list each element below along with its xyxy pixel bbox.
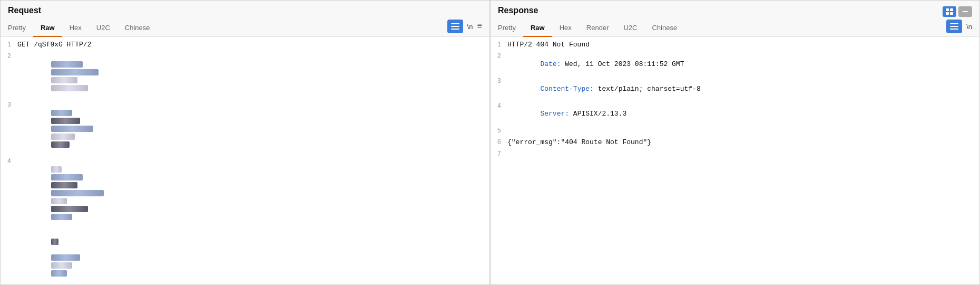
resp-key-2: Date: [540,60,561,68]
hamburger-icon-request[interactable]: ≡ [477,22,482,31]
svg-rect-3 [946,8,949,11]
redacted-block [51,118,80,124]
svg-rect-0 [451,23,459,24]
redacted-block [51,174,83,180]
response-tabs-row: Pretty Raw Hex Render U2C Chinese \n [498,20,972,36]
resp-line-num-2: 2 [491,52,507,60]
minus-icon [963,9,968,14]
request-line-1: 1 GET /qSf9xG HTTP/2 [1,40,489,52]
response-header: Response Pretty Raw [491,1,979,37]
redacted-block [51,206,88,212]
redacted-block [51,166,62,173]
request-header: Request Pretty Raw Hex U2C Chinese \n ≡ [1,1,489,37]
line-content-4b [17,230,489,284]
response-line-4: 4 Server: APISIX/2.13.3 [491,101,979,126]
svg-rect-10 [950,28,958,30]
corner-btn-1[interactable] [943,6,956,17]
svg-rect-8 [950,23,958,24]
list-svg-icon-resp [950,23,958,30]
line-num-4: 4 [1,157,17,165]
tab-chinese-response[interactable]: Chinese [644,21,684,37]
line-content-1: GET /qSf9xG HTTP/2 [17,41,489,49]
request-panel: Request Pretty Raw Hex U2C Chinese \n ≡ [0,0,490,285]
resp-line-num-6: 6 [491,138,507,146]
resp-line-content-6: {"error_msg":"404 Route Not Found"} [507,138,979,146]
resp-key-4: Server: [540,110,569,118]
request-tab-actions: \n ≡ [447,20,482,36]
request-line-3: 3 [1,100,489,157]
response-line-6: 6 {"error_msg":"404 Route Not Found"} [491,138,979,149]
response-title: Response [498,6,538,15]
tab-hex-response[interactable]: Hex [552,21,579,37]
response-line-5: 5 [491,126,979,138]
tab-pretty-request[interactable]: Pretty [8,21,33,37]
redacted-block [51,182,77,188]
line-content-4 [17,157,489,229]
line-num-2: 2 [1,52,17,60]
request-content: 1 GET /qSf9xG HTTP/2 2 3 [1,37,489,284]
redacted-block [51,85,88,91]
redacted-block [51,61,83,68]
resp-val-3: text/plain; charset=utf-8 [594,85,701,93]
redacted-block [51,198,67,204]
line-num-4b [1,230,17,230]
svg-rect-5 [946,12,949,15]
corner-btn-2[interactable] [958,6,972,17]
tab-u2c-response[interactable]: U2C [616,21,644,37]
redacted-block [51,214,72,220]
top-corner-buttons [943,6,972,17]
redacted-block [51,69,99,75]
resp-line-content-1: HTTP/2 404 Not Found [507,41,979,49]
tab-pretty-response[interactable]: Pretty [498,21,523,37]
redacted-block [51,141,70,148]
response-line-3: 3 Content-Type: text/plain; charset=utf-… [491,77,979,101]
newline-label-request[interactable]: \n [467,23,473,31]
resp-line-num-5: 5 [491,127,507,135]
line-num-3: 3 [1,101,17,109]
response-panel: Response Pretty Raw [490,0,980,285]
newline-label-response[interactable]: \n [966,23,972,31]
svg-rect-9 [950,26,958,27]
resp-line-content-2: Date: Wed, 11 Oct 2023 08:11:52 GMT [507,52,979,76]
tab-raw-request[interactable]: Raw [33,21,62,37]
tab-hex-request[interactable]: Hex [62,21,89,37]
resp-line-num-1: 1 [491,41,507,49]
list-icon-btn-request[interactable] [447,20,463,33]
line-content-3 [17,101,489,156]
resp-line-num-7: 7 [491,150,507,158]
resp-val-2: Wed, 11 Oct 2023 08:11:52 GMT [561,60,684,68]
resp-val-4: APISIX/2.13.3 [569,110,626,118]
resp-line-content-4: Server: APISIX/2.13.3 [507,102,979,126]
response-line-1: 1 HTTP/2 404 Not Found [491,40,979,52]
line-num-1: 1 [1,41,17,49]
redacted-block [51,190,104,196]
redacted-block [51,126,93,132]
resp-key-3: Content-Type: [540,85,593,93]
response-line-7: 7 [491,149,979,161]
request-title: Request [8,6,482,15]
grid-icon [946,8,953,15]
svg-rect-4 [950,8,953,11]
tab-u2c-request[interactable]: U2C [89,21,117,37]
request-line-2: 2 [1,52,489,100]
response-tab-actions: \n [946,20,972,36]
redacted-block [51,254,80,261]
list-icon-btn-response[interactable] [946,20,962,33]
redacted-block [51,77,77,83]
redacted-block [51,262,72,269]
request-line-4: 4 [1,157,489,229]
tab-chinese-request[interactable]: Chinese [117,21,158,37]
svg-rect-1 [451,26,459,27]
list-svg-icon [451,23,459,30]
redacted-block [51,110,72,116]
response-content: 1 HTTP/2 404 Not Found 2 Date: Wed, 11 O… [491,37,979,284]
request-line-4b [1,229,489,284]
tab-raw-response[interactable]: Raw [523,21,552,37]
request-tabs-row: Pretty Raw Hex U2C Chinese \n ≡ [8,20,482,36]
resp-line-num-3: 3 [491,77,507,85]
response-line-2: 2 Date: Wed, 11 Oct 2023 08:11:52 GMT [491,52,979,77]
svg-rect-6 [950,12,953,15]
tab-render-response[interactable]: Render [579,21,616,37]
line-content-2 [17,52,489,100]
svg-rect-2 [451,28,459,30]
